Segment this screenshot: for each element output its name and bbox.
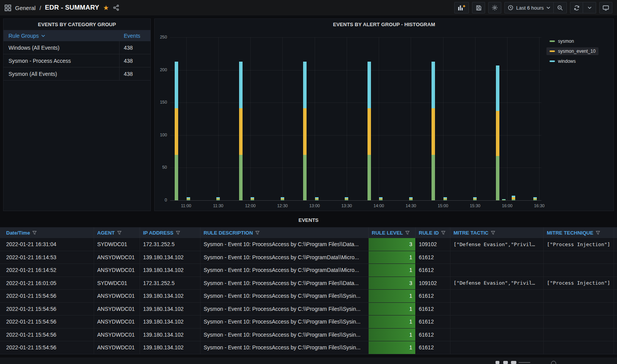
refresh-interval-caret[interactable] <box>583 2 596 13</box>
cell: 2022-01-21 16:31:04 <box>3 238 94 251</box>
cell: 2022-01-21 15:54:56 <box>3 329 94 341</box>
cell: 2022-01-21 15:54:56 <box>3 315 94 328</box>
cell <box>450 290 544 302</box>
cell <box>544 315 614 328</box>
filter-funnel-icon <box>405 231 410 235</box>
legend-color-dash <box>550 40 555 42</box>
top-nav: General / EDR - SUMMARY ★ <box>0 0 617 15</box>
y-axis-tick-label: 0 <box>155 198 167 202</box>
legend-item-windows[interactable]: windows <box>546 57 598 65</box>
zoom-out-button[interactable] <box>554 2 567 13</box>
rule-level-cell: 3 <box>369 238 416 251</box>
cell: Sysmon - Event 10: ProcessAccess by C:\\… <box>201 264 369 277</box>
x-axis-tick-label: 12:00 <box>241 203 260 208</box>
column-header-mitre-tactic[interactable]: MITRE TACTIC <box>450 227 544 238</box>
bar-segment-sysmon_event_10 <box>315 198 319 199</box>
column-header-rule-groups[interactable]: Rule Groups <box>3 33 45 39</box>
cell: Sysmon - Event 10: ProcessAccess by C:\\… <box>201 238 369 251</box>
time-range-label: Last 6 hours <box>516 5 544 11</box>
cell: ANSYDWDC01 <box>94 341 140 354</box>
dashboard-grid-icon[interactable] <box>5 5 11 11</box>
bar-segment-sysmon <box>409 199 413 200</box>
alert-group-histogram-panel: EVENTS BY ALERT GROUP - HISTOGRAM 050100… <box>154 18 614 211</box>
gridline <box>282 37 283 200</box>
table-row: 2022-01-21 16:14:52ANSYDWDC01139.180.134… <box>0 264 617 277</box>
bar-segment-sysmon_event_10 <box>496 111 499 156</box>
cell: 139.180.134.102 <box>140 315 201 328</box>
cell: ANSYDWDC01 <box>94 290 140 302</box>
bar-segment-sysmon_event_10 <box>432 108 435 154</box>
column-header-label: RULE LEVEL <box>372 230 403 236</box>
bar-segment-windows <box>175 62 178 109</box>
bar-segment-sysmon <box>315 199 319 200</box>
x-axis-tick-label: 11:00 <box>177 203 196 208</box>
cell <box>544 251 614 264</box>
y-axis-tick-label: 50 <box>155 165 167 169</box>
cell: 2022-01-21 15:54:56 <box>3 303 94 315</box>
column-header-rule-description[interactable]: RULE DESCRIPTION <box>201 227 369 238</box>
bar-segment-sysmon_event_10 <box>533 198 537 199</box>
cell: 172.31.252.5 <box>140 238 201 251</box>
bar-segment-sysmon_event_10 <box>251 198 254 199</box>
add-panel-button[interactable] <box>454 2 469 13</box>
column-header-ip-address[interactable]: IP ADDRESS <box>140 227 201 238</box>
gridline <box>443 37 443 200</box>
bar-segment-windows <box>251 197 254 198</box>
column-header-rule-id[interactable]: RULE ID <box>416 227 450 238</box>
cell <box>450 264 544 277</box>
legend-label: sysmon_event_10 <box>558 49 595 54</box>
refresh-button[interactable] <box>570 2 583 13</box>
bar-segment-windows <box>368 62 371 109</box>
bar-segment-windows <box>239 62 243 109</box>
bar-segment-sysmon_event_10 <box>239 108 243 154</box>
bar-segment-windows <box>303 62 307 109</box>
cell: Sysmon - Event 10: ProcessAccess by C:\\… <box>201 329 369 341</box>
filter-funnel-icon <box>441 231 445 235</box>
star-icon[interactable]: ★ <box>103 5 109 11</box>
gridline <box>170 70 541 70</box>
column-header-date-time[interactable]: Date/Time <box>3 227 94 238</box>
bar-segment-sysmon <box>473 199 477 200</box>
bar-segment-sysmon <box>187 199 190 200</box>
bar-segment-sysmon <box>496 156 499 200</box>
events-count-cell: 438 <box>124 71 133 77</box>
dashboard-settings-button[interactable] <box>488 2 501 13</box>
cell: Sysmon - Event 10: ProcessAccess by C:\\… <box>201 315 369 328</box>
x-axis-tick-label: 15:00 <box>433 203 453 208</box>
bar-segment-windows <box>379 197 383 198</box>
rule-level-cell: 3 <box>369 277 416 290</box>
breadcrumb-section[interactable]: General <box>15 5 35 11</box>
table-row: 2022-01-21 16:01:05SYDWDC01172.31.252.5S… <box>0 277 617 290</box>
cell: 61612 <box>416 341 450 354</box>
bar-segment-windows <box>315 197 319 198</box>
bar-segment-sysmon <box>379 199 383 200</box>
category-table-header: Rule Groups Events <box>3 30 150 41</box>
legend-item-sysmon_event_10[interactable]: sysmon_event_10 <box>546 47 598 55</box>
legend-item-sysmon[interactable]: sysmon <box>546 37 598 45</box>
category-table-rows: Windows (All Events)438Sysmon - Process … <box>3 41 150 81</box>
column-header-agent[interactable]: AGENT <box>94 227 140 238</box>
table-row: Sysmon (All Events)438 <box>3 67 150 81</box>
legend-color-dash <box>550 60 555 62</box>
time-range-picker[interactable]: Last 6 hours <box>504 2 554 13</box>
events-by-category-panel: EVENTS BY CATEGORY GROUP Rule Groups Eve… <box>3 18 151 211</box>
legend-color-dash <box>550 50 555 52</box>
x-axis-tick-label: 13:00 <box>305 203 324 208</box>
column-header-mitre-technique[interactable]: MITRE TECHNIQUE <box>544 227 614 238</box>
bar-segment-windows <box>443 197 447 198</box>
table-row: 2022-01-21 16:31:04SYDWDC01172.31.252.5S… <box>0 238 617 251</box>
gridline <box>170 168 541 168</box>
cell: 61612 <box>416 264 450 277</box>
bar-segment-sysmon_event_10 <box>473 198 477 199</box>
tv-mode-button[interactable] <box>599 2 612 13</box>
column-header-events[interactable]: Events <box>124 33 140 39</box>
y-axis-tick-label: 150 <box>155 100 167 104</box>
column-header-rule-level[interactable]: RULE LEVEL <box>369 227 416 238</box>
table-row: Windows (All Events)438 <box>3 41 150 54</box>
gridline <box>379 37 379 200</box>
bar-segment-sysmon_event_10 <box>379 198 383 199</box>
grafana-dashboard: General / EDR - SUMMARY ★ <box>0 0 617 364</box>
bar-segment-sysmon_event_10 <box>512 197 515 199</box>
save-dashboard-button[interactable] <box>472 2 485 13</box>
share-icon[interactable] <box>113 5 119 11</box>
